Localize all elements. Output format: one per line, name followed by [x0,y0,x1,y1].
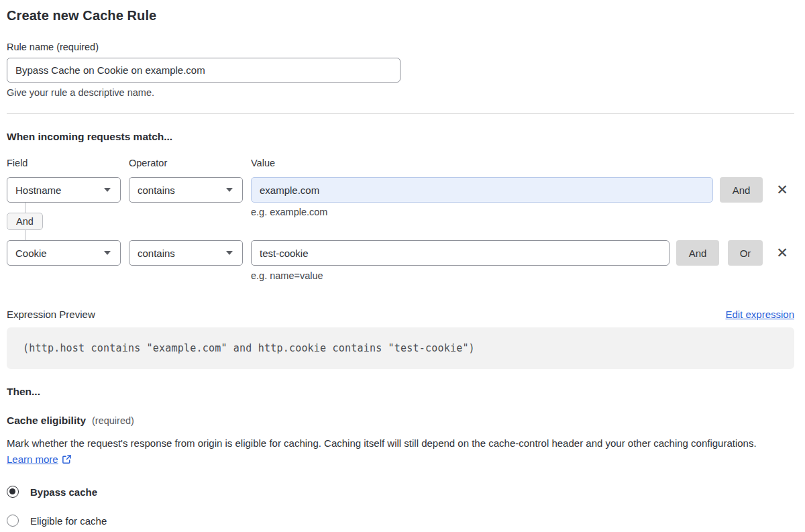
radio-icon[interactable] [7,515,19,527]
section-divider [7,113,794,114]
radio-option-bypass-cache[interactable]: Bypass cache [7,485,794,498]
operator-column-label: Operator [129,158,251,168]
rule-name-input[interactable] [7,58,400,83]
value-hint-2: e.g. name=value [251,266,794,281]
row-gap: And e.g. example.com [7,203,794,240]
value-hint-1: e.g. example.com [251,207,327,217]
field-column-label: Field [7,158,129,168]
expression-preview-label: Expression Preview [7,309,95,320]
radio-label: Eligible for cache [30,515,107,527]
radio-icon[interactable] [7,486,19,498]
remove-row-1-icon[interactable]: ✕ [773,180,791,200]
learn-more-link[interactable]: Learn more [7,454,58,465]
field-select-1[interactable]: Hostname [7,177,121,203]
field-select-2-value: Cookie [15,248,47,259]
condition-row-1: Hostname contains And ✕ [7,177,794,203]
match-heading: When incoming requests match... [7,131,794,143]
connector-and-chip[interactable]: And [7,213,43,230]
value-column-label: Value [251,158,275,168]
or-button-row-2[interactable]: Or [728,240,763,266]
chevron-down-icon [104,251,111,255]
chevron-down-icon [226,188,233,192]
page-title: Create new Cache Rule [7,8,794,23]
chevron-down-icon [226,251,233,255]
operator-select-1[interactable]: contains [129,177,243,203]
connector-line-bottom [25,230,25,240]
rule-name-help: Give your rule a descriptive name. [7,87,794,98]
and-button-row-2[interactable]: And [676,240,719,266]
expression-header: Expression Preview Edit expression [7,309,794,320]
field-select-2[interactable]: Cookie [7,240,121,266]
operator-select-1-value: contains [138,184,175,196]
expression-code-block: (http.host contains "example.com" and ht… [7,327,794,369]
field-select-1-value: Hostname [15,184,61,196]
cache-eligibility-heading-row: Cache eligibility (required) [7,415,794,427]
rule-name-label: Rule name (required) [7,42,794,52]
remove-row-2-icon[interactable]: ✕ [773,243,791,263]
description-text: Mark whether the request's response from… [7,437,757,449]
external-link-icon [62,453,72,469]
then-heading: Then... [7,386,794,398]
value-input-1[interactable] [251,177,713,203]
cache-eligibility-heading: Cache eligibility [7,415,86,427]
required-note: (required) [92,415,134,426]
edit-expression-link[interactable]: Edit expression [725,309,794,320]
radio-label: Bypass cache [30,486,97,498]
connector-line-top [25,203,25,213]
operator-select-2[interactable]: contains [129,240,243,266]
operator-select-2-value: contains [138,248,175,259]
column-labels: Field Operator Value [7,158,794,168]
radio-option-eligible-for-cache[interactable]: Eligible for cache [7,514,794,527]
row-connector: And [7,203,43,240]
cache-eligibility-description: Mark whether the request's response from… [7,435,785,469]
condition-row-2: Cookie contains And Or ✕ [7,240,794,266]
and-button-row-1[interactable]: And [720,177,763,203]
expression-code: (http.host contains "example.com" and ht… [23,342,475,354]
chevron-down-icon [104,188,111,192]
value-input-2[interactable] [251,240,669,266]
